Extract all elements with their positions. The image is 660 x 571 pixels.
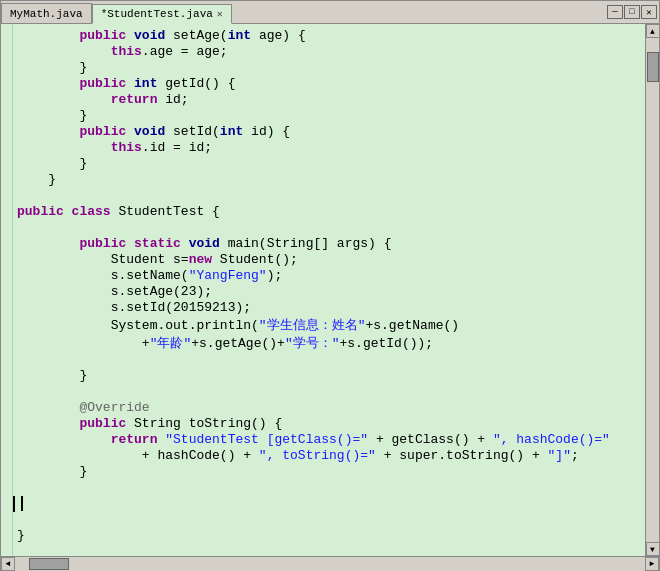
code-token: setAge( bbox=[173, 28, 228, 43]
code-token: return bbox=[111, 92, 166, 107]
code-line: } bbox=[13, 368, 645, 384]
code-token: setId( bbox=[173, 124, 220, 139]
code-token: s.setName( bbox=[111, 268, 189, 283]
window-controls: — □ ✕ bbox=[607, 3, 659, 19]
code-token: + super.toString() + bbox=[376, 448, 548, 463]
code-line: System.out.println("学生信息：姓名"+s.getName() bbox=[13, 316, 645, 334]
code-line: return "StudentTest [getClass()=" + getC… bbox=[13, 432, 645, 448]
code-line: public void setId(int id) { bbox=[13, 124, 645, 140]
code-token: class bbox=[72, 204, 119, 219]
tab-bar: MyMath.java *StudentTest.java ✕ — □ ✕ bbox=[1, 1, 659, 24]
code-token: + hashCode() + bbox=[142, 448, 259, 463]
code-editor[interactable]: public void setAge(int age) { this.age =… bbox=[13, 24, 645, 556]
code-line: } bbox=[13, 108, 645, 124]
horizontal-scrollbar[interactable] bbox=[15, 557, 645, 571]
code-line bbox=[13, 496, 645, 512]
code-line: + hashCode() + ", toString()=" + super.t… bbox=[13, 448, 645, 464]
tab-studenttest-close[interactable]: ✕ bbox=[217, 8, 223, 20]
code-token: "]" bbox=[548, 448, 571, 463]
code-token: void bbox=[189, 236, 228, 251]
line-gutter bbox=[1, 24, 13, 556]
code-token: "学号：" bbox=[285, 334, 340, 352]
code-token: } bbox=[17, 528, 25, 543]
bottom-bar: ◄ ► bbox=[1, 556, 659, 570]
vertical-scrollbar[interactable]: ▲ ▼ bbox=[645, 24, 659, 556]
code-line: } bbox=[13, 156, 645, 172]
code-token: public bbox=[79, 124, 134, 139]
code-token: +s.getName() bbox=[365, 318, 459, 333]
code-token: String bbox=[134, 416, 189, 431]
code-token: "年龄" bbox=[150, 334, 192, 352]
close-button[interactable]: ✕ bbox=[641, 5, 657, 19]
code-token: } bbox=[48, 172, 56, 187]
code-token: ", toString()=" bbox=[259, 448, 376, 463]
code-token: toString() { bbox=[189, 416, 283, 431]
code-token: System.out.println( bbox=[111, 318, 259, 333]
scroll-down-button[interactable]: ▼ bbox=[646, 542, 660, 556]
code-line bbox=[13, 352, 645, 368]
scroll-left-button[interactable]: ◄ bbox=[1, 557, 15, 571]
code-token: "StudentTest [getClass()=" bbox=[165, 432, 368, 447]
code-line bbox=[13, 188, 645, 204]
code-token: } bbox=[79, 368, 87, 383]
code-token: ", hashCode()=" bbox=[493, 432, 610, 447]
code-token: new bbox=[189, 252, 220, 267]
code-token: + getClass() + bbox=[368, 432, 493, 447]
code-token: +s.getId()); bbox=[339, 336, 433, 351]
code-line: return id; bbox=[13, 92, 645, 108]
code-token: getId() { bbox=[165, 76, 235, 91]
tab-mymath[interactable]: MyMath.java bbox=[1, 3, 92, 23]
scroll-right-button[interactable]: ► bbox=[645, 557, 659, 571]
code-token: id; bbox=[165, 92, 188, 107]
code-token: + bbox=[142, 336, 150, 351]
code-line: this.age = age; bbox=[13, 44, 645, 60]
code-line bbox=[13, 512, 645, 528]
code-token: s.setId(20159213); bbox=[111, 300, 251, 315]
code-line: s.setId(20159213); bbox=[13, 300, 645, 316]
code-token: id) { bbox=[251, 124, 290, 139]
code-token: Student s= bbox=[111, 252, 189, 267]
code-line: } bbox=[13, 60, 645, 76]
code-token: +s.getAge()+ bbox=[191, 336, 285, 351]
scrollbar-thumb[interactable] bbox=[647, 52, 659, 82]
code-token: public bbox=[79, 76, 134, 91]
code-token: } bbox=[79, 156, 87, 171]
code-token: return bbox=[111, 432, 166, 447]
code-token: int bbox=[220, 124, 251, 139]
code-token: "学生信息：姓名" bbox=[259, 316, 366, 334]
code-line: +"年龄"+s.getAge()+"学号："+s.getId()); bbox=[13, 334, 645, 352]
code-token: this bbox=[111, 44, 142, 59]
code-line bbox=[13, 480, 645, 496]
code-token: } bbox=[79, 464, 87, 479]
code-token: "YangFeng" bbox=[189, 268, 267, 283]
code-token: @Override bbox=[79, 400, 149, 415]
code-line: public void setAge(int age) { bbox=[13, 28, 645, 44]
code-line: this.id = id; bbox=[13, 140, 645, 156]
code-token: int bbox=[134, 76, 165, 91]
h-scrollbar-thumb[interactable] bbox=[29, 558, 69, 570]
code-token: void bbox=[134, 28, 173, 43]
code-line: } bbox=[13, 172, 645, 188]
code-line: } bbox=[13, 528, 645, 544]
maximize-button[interactable]: □ bbox=[624, 5, 640, 19]
code-line: s.setName("YangFeng"); bbox=[13, 268, 645, 284]
code-token: static bbox=[134, 236, 189, 251]
code-token: Student(); bbox=[220, 252, 298, 267]
code-token: public bbox=[79, 28, 134, 43]
scroll-up-button[interactable]: ▲ bbox=[646, 24, 660, 38]
code-token: } bbox=[79, 108, 87, 123]
editor-area: public void setAge(int age) { this.age =… bbox=[1, 24, 659, 556]
code-line: public int getId() { bbox=[13, 76, 645, 92]
tab-mymath-label: MyMath.java bbox=[10, 8, 83, 20]
code-token: ); bbox=[267, 268, 283, 283]
code-token: .id = id; bbox=[142, 140, 212, 155]
minimize-button[interactable]: — bbox=[607, 5, 623, 19]
code-token: public bbox=[79, 236, 134, 251]
tab-studenttest[interactable]: *StudentTest.java ✕ bbox=[92, 4, 232, 24]
code-token: void bbox=[134, 124, 173, 139]
code-line: Student s=new Student(); bbox=[13, 252, 645, 268]
code-line: public String toString() { bbox=[13, 416, 645, 432]
code-line bbox=[13, 220, 645, 236]
code-token: public bbox=[17, 204, 72, 219]
code-line: @Override bbox=[13, 400, 645, 416]
